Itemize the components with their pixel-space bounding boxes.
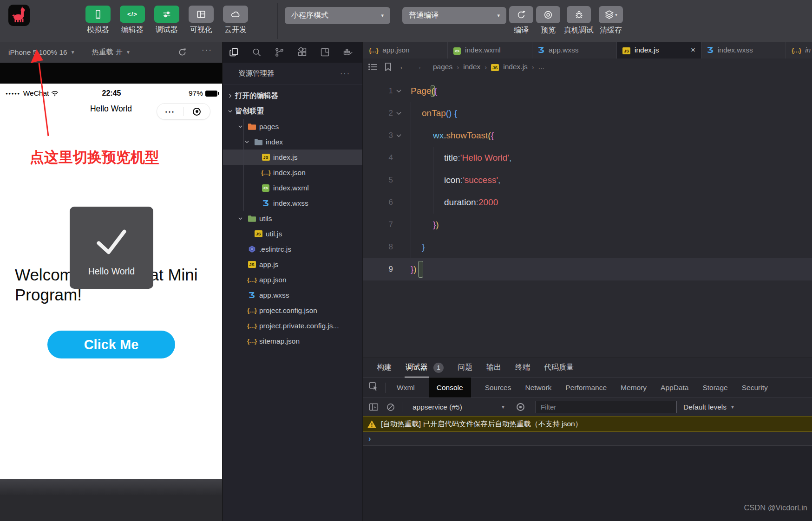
panel-tab-终端[interactable]: 终端	[515, 363, 530, 372]
fold-chevron-icon[interactable]	[393, 111, 404, 115]
panel-tab-调试器[interactable]: 调试器1	[406, 363, 444, 373]
tree-item-app.js[interactable]: JSapp.js	[223, 257, 362, 272]
capsule-menu[interactable]: ●●●	[157, 103, 210, 120]
watch-expression-icon[interactable]	[516, 402, 525, 412]
editor-tab-app.json[interactable]: {…} app.json	[363, 42, 448, 59]
editor-tab-in[interactable]: {…} in	[786, 42, 812, 59]
mode-button-layout[interactable]: 可视化	[186, 6, 216, 35]
files-icon[interactable]	[229, 47, 239, 57]
tree-item-pages[interactable]: pages	[223, 119, 362, 134]
action-button-eye[interactable]: 预览	[535, 6, 562, 35]
devtools-tab-appdata[interactable]: AppData	[661, 378, 688, 397]
tree-item-index.js[interactable]: JSindex.js	[223, 150, 362, 165]
code-line-2[interactable]: 2 onTap() {	[363, 102, 812, 124]
code-line-6[interactable]: 6 duration: 2000	[363, 191, 812, 214]
tree-item-sitemap.json[interactable]: {…}sitemap.json	[223, 333, 362, 349]
bookmark-icon[interactable]	[385, 63, 392, 71]
compile-dropdown[interactable]: 普通编译 ▾	[402, 7, 506, 24]
search-icon[interactable]	[252, 47, 262, 57]
forward-arrow-icon[interactable]: →	[414, 62, 422, 72]
tree-section-皆创联盟[interactable]: 皆创联盟	[223, 104, 362, 119]
action-button-refresh[interactable]: 编译	[508, 6, 535, 35]
tree-item-util.js[interactable]: JSutil.js	[223, 226, 362, 241]
breadcrumb-part[interactable]: pages	[433, 63, 452, 71]
panel-tab-输出[interactable]: 输出	[486, 363, 501, 372]
action-button-bug[interactable]: 真机调试	[562, 6, 596, 35]
tree-section-打开的编辑器[interactable]: 打开的编辑器	[223, 88, 362, 104]
menu-dots-icon[interactable]: ●●●	[157, 110, 183, 113]
toggle-sidebar-icon[interactable]	[369, 402, 379, 412]
mode-button-cloud[interactable]: 云开发	[220, 6, 251, 35]
code-line-4[interactable]: 4 title: 'Hello World',	[363, 147, 812, 169]
back-arrow-icon[interactable]: ←	[399, 62, 407, 72]
breadcrumb-parts: pages›index›JSindex.js›...	[433, 63, 544, 72]
simulator-more-button[interactable]: ···	[202, 46, 212, 55]
devtools-tab-security[interactable]: Security	[742, 378, 768, 397]
tree-item-.eslintrc.js[interactable]: .eslintrc.js	[223, 241, 362, 257]
extensions-icon[interactable]	[297, 47, 307, 57]
code-line-8[interactable]: 8 }	[363, 236, 812, 258]
click-me-button[interactable]: Click Me	[47, 331, 175, 358]
docker-icon[interactable]	[343, 47, 353, 57]
breadcrumb-part[interactable]: index	[463, 63, 480, 71]
tree-item-index.wxss[interactable]: Ʒindex.wxss	[223, 195, 362, 211]
code-text-area[interactable]: 1 Page({2 onTap() {3 wx.showToast({4 tit…	[363, 75, 812, 358]
line-number: 4	[389, 153, 393, 163]
editor-tab-index.js[interactable]: JS index.js×	[617, 42, 701, 59]
mode-button-code[interactable]: </> 编辑器	[117, 6, 148, 35]
code-line-3[interactable]: 3 wx.showToast({	[363, 124, 812, 147]
tree-item-app.json[interactable]: {…}app.json	[223, 272, 362, 287]
devtools-tab-storage[interactable]: Storage	[702, 378, 727, 397]
breadcrumb-part[interactable]: index.js	[503, 63, 528, 71]
tree-item-project.private.config.js...[interactable]: {…}project.private.config.js...	[223, 318, 362, 333]
devtools-tab-wxml[interactable]: Wxml	[397, 378, 415, 397]
mode-button-phone[interactable]: 模拟器	[83, 6, 113, 35]
editor-tab-index.wxss[interactable]: Ʒ index.wxss	[701, 42, 786, 59]
tree-item-index.wxml[interactable]: <>index.wxml	[223, 180, 362, 195]
source-control-icon[interactable]	[275, 47, 284, 57]
editor-tab-index.wxml[interactable]: <> index.wxml	[448, 42, 532, 59]
json-file-icon: {…}	[792, 46, 801, 54]
tree-item-project.config.json[interactable]: {…}project.config.json	[223, 303, 362, 318]
outline-list-icon[interactable]	[368, 63, 377, 71]
panel-tab-代码质量[interactable]: 代码质量	[544, 363, 574, 372]
inspect-element-icon[interactable]	[369, 382, 379, 393]
devtools-tab-performance[interactable]: Performance	[565, 378, 607, 397]
explorer-more-button[interactable]: ···	[340, 70, 350, 78]
devtools-tab-network[interactable]: Network	[525, 378, 552, 397]
console-prompt[interactable]: ›	[363, 432, 812, 446]
devtools-tab-sources[interactable]: Sources	[485, 378, 511, 397]
code-token: showToast	[446, 130, 488, 141]
tree-item-app.wxss[interactable]: Ʒapp.wxss	[223, 287, 362, 303]
device-selector[interactable]: iPhone 5 100% 16 ▼	[8, 48, 75, 57]
json-file-icon: {…}	[247, 276, 256, 284]
code-line-7[interactable]: 7 })	[363, 214, 812, 236]
simulator-refresh-button[interactable]	[177, 47, 187, 59]
tree-item-index[interactable]: index	[223, 134, 362, 150]
code-line-1[interactable]: 1 Page({	[363, 80, 812, 102]
fold-chevron-icon[interactable]	[393, 89, 404, 93]
context-dropdown[interactable]: appservice (#5) ▼	[413, 403, 505, 411]
home-target-icon[interactable]	[184, 108, 210, 116]
clear-console-icon[interactable]	[386, 403, 395, 412]
action-button-layers[interactable]: ▾ 清缓存	[596, 6, 626, 35]
tree-item-index.json[interactable]: {…}index.json	[223, 165, 362, 180]
log-levels-dropdown[interactable]: Default levels ▼	[683, 403, 735, 411]
tree-item-utils[interactable]: utils	[223, 211, 362, 226]
mode-dropdown[interactable]: 小程序模式 ▾	[285, 7, 390, 24]
devtools-tab-console[interactable]: Console	[429, 378, 471, 397]
toolbar-divider	[277, 3, 278, 39]
devtools-tab-memory[interactable]: Memory	[621, 378, 647, 397]
code-editor: {…} app.json<> index.wxmlƷ app.wxssJS in…	[363, 42, 812, 358]
code-line-5[interactable]: 5 icon: 'success',	[363, 169, 812, 191]
mode-button-sliders[interactable]: 调试器	[151, 6, 182, 35]
filter-input[interactable]	[536, 401, 677, 413]
code-line-9[interactable]: 9 })	[363, 258, 812, 280]
layout-preview-icon[interactable]	[320, 47, 330, 57]
panel-tab-构建[interactable]: 构建	[377, 363, 392, 372]
hot-reload-toggle[interactable]: 热重载 开 ▼	[92, 47, 131, 57]
fold-chevron-icon[interactable]	[393, 134, 404, 137]
editor-tab-app.wxss[interactable]: Ʒ app.wxss	[532, 42, 617, 59]
close-icon[interactable]: ×	[691, 46, 695, 55]
panel-tab-问题[interactable]: 问题	[458, 363, 472, 372]
